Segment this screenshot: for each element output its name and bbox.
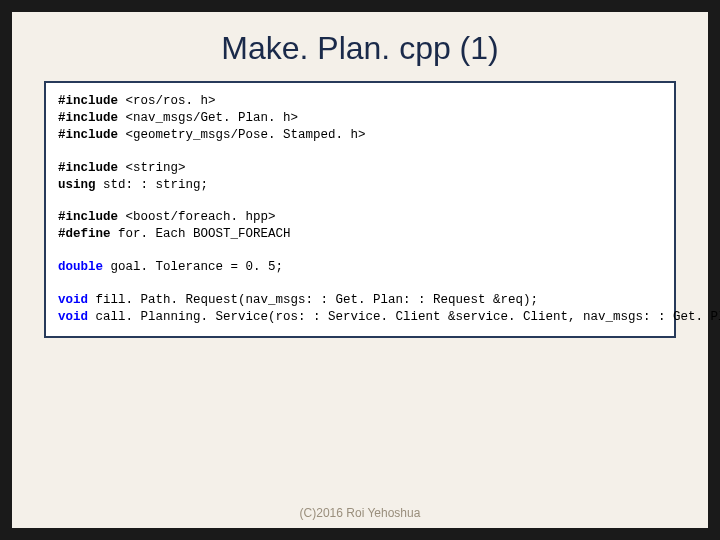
code-text: for. Each BOOST_FOREACH <box>111 227 291 241</box>
code-line: #define for. Each BOOST_FOREACH <box>58 226 662 243</box>
keyword-include: #include <box>58 210 118 224</box>
code-line: #include <string> <box>58 160 662 177</box>
keyword-double: double <box>58 260 103 274</box>
blank-line <box>58 144 662 160</box>
code-text: <nav_msgs/Get. Plan. h> <box>118 111 298 125</box>
code-line: #include <geometry_msgs/Pose. Stamped. h… <box>58 127 662 144</box>
keyword-using: using <box>58 178 96 192</box>
slide-title: Make. Plan. cpp (1) <box>12 12 708 81</box>
code-text: <geometry_msgs/Pose. Stamped. h> <box>118 128 366 142</box>
keyword-void: void <box>58 310 88 324</box>
keyword-define: #define <box>58 227 111 241</box>
code-line: void fill. Path. Request(nav_msgs: : Get… <box>58 292 662 309</box>
code-line: #include <ros/ros. h> <box>58 93 662 110</box>
code-text: std: : string; <box>96 178 209 192</box>
blank-line <box>58 243 662 259</box>
code-block: #include <ros/ros. h> #include <nav_msgs… <box>44 81 676 338</box>
code-line: void call. Planning. Service(ros: : Serv… <box>58 309 662 326</box>
code-line: #include <nav_msgs/Get. Plan. h> <box>58 110 662 127</box>
code-text: <boost/foreach. hpp> <box>118 210 276 224</box>
keyword-include: #include <box>58 111 118 125</box>
code-text: call. Planning. Service(ros: : Service. … <box>88 310 720 324</box>
code-line: using std: : string; <box>58 177 662 194</box>
keyword-include: #include <box>58 128 118 142</box>
keyword-include: #include <box>58 94 118 108</box>
blank-line <box>58 193 662 209</box>
code-line: #include <boost/foreach. hpp> <box>58 209 662 226</box>
blank-line <box>58 276 662 292</box>
code-line: double goal. Tolerance = 0. 5; <box>58 259 662 276</box>
code-text: fill. Path. Request(nav_msgs: : Get. Pla… <box>88 293 538 307</box>
code-text: <string> <box>118 161 186 175</box>
keyword-include: #include <box>58 161 118 175</box>
code-text: goal. Tolerance = 0. 5; <box>103 260 283 274</box>
slide: Make. Plan. cpp (1) #include <ros/ros. h… <box>12 12 708 528</box>
code-text: <ros/ros. h> <box>118 94 216 108</box>
footer-copyright: (C)2016 Roi Yehoshua <box>12 506 708 520</box>
keyword-void: void <box>58 293 88 307</box>
